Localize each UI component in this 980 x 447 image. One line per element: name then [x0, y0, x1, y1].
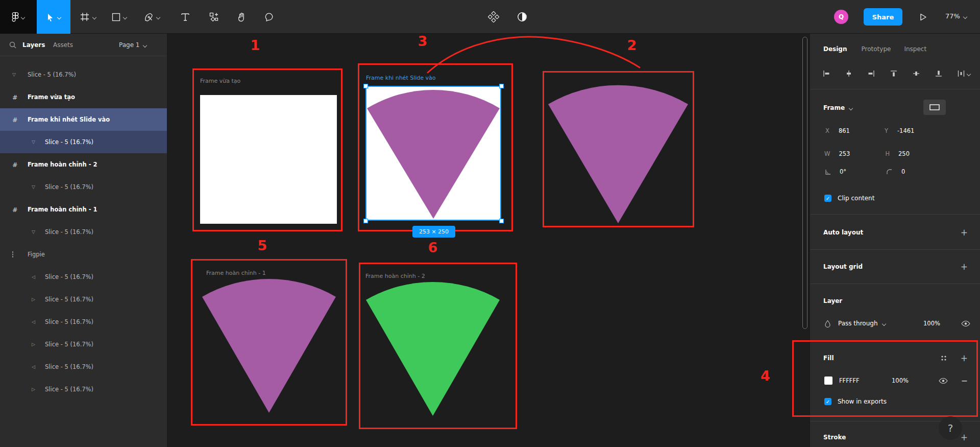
- text-tool-button[interactable]: [175, 0, 196, 34]
- distribute-icon: [957, 69, 965, 78]
- chevron-down-icon: [21, 15, 25, 19]
- w-label: W: [824, 150, 830, 157]
- add-auto-layout-button[interactable]: +: [961, 227, 968, 238]
- layer-label: Frame vừa tạo: [28, 93, 75, 101]
- landscape-orientation-icon: [929, 104, 940, 111]
- tab-design[interactable]: Design: [823, 45, 847, 53]
- avatar[interactable]: Q: [834, 10, 848, 24]
- selection-outline: [365, 86, 501, 221]
- y-input[interactable]: -1461: [897, 127, 914, 134]
- search-icon[interactable]: [9, 41, 16, 49]
- present-button[interactable]: [913, 0, 933, 34]
- vertical-scrollbar[interactable]: [802, 37, 807, 329]
- selection-handle[interactable]: [363, 219, 368, 223]
- blend-mode-icon: [824, 320, 831, 327]
- add-layout-grid-button[interactable]: +: [961, 262, 968, 272]
- frame-icon: #: [12, 206, 17, 214]
- align-bottom-icon[interactable]: [935, 69, 943, 78]
- selection-handle[interactable]: [499, 84, 504, 88]
- pen-tool-button[interactable]: [139, 0, 165, 34]
- comment-tool-button[interactable]: [258, 0, 280, 34]
- layer-label: Slice - 5 (16.7%): [45, 183, 93, 191]
- eye-icon[interactable]: [961, 320, 970, 327]
- width-input[interactable]: 253: [839, 150, 885, 157]
- layer-row[interactable]: Figpie: [0, 243, 167, 266]
- align-top-icon[interactable]: [890, 69, 898, 78]
- component-library-button[interactable]: [482, 0, 505, 34]
- shape-tool-button[interactable]: [106, 0, 133, 34]
- slice-down-icon: ▽: [32, 229, 35, 234]
- chevron-down-icon[interactable]: [57, 15, 61, 19]
- layer-label: Slice - 5 (16.7%): [45, 296, 93, 303]
- layer-row[interactable]: ▽Slice - 5 (16.7%): [0, 131, 167, 153]
- layer-row[interactable]: ▷Slice - 5 (16.7%): [0, 288, 167, 311]
- layer-row[interactable]: ▷Slice - 5 (16.7%): [0, 333, 167, 356]
- share-button[interactable]: Share: [864, 8, 902, 26]
- tab-layers[interactable]: Layers: [22, 41, 45, 49]
- contrast-icon: [517, 12, 527, 22]
- layer-label: Slice - 5 (16.7%): [45, 273, 93, 280]
- align-right-icon[interactable]: [867, 69, 875, 78]
- annotation-number-1: 1: [251, 37, 260, 53]
- chevron-down-icon[interactable]: [156, 15, 160, 19]
- contrast-mode-button[interactable]: [510, 0, 534, 34]
- layer-row[interactable]: ▽Slice - 5 (16.7%): [0, 176, 167, 198]
- align-left-icon[interactable]: [822, 69, 830, 78]
- layer-row[interactable]: ◁Slice - 5 (16.7%): [0, 356, 167, 378]
- hand-tool-icon: [237, 12, 247, 22]
- chevron-down-icon[interactable]: [123, 15, 127, 19]
- move-tool-button[interactable]: [37, 0, 70, 34]
- layer-row-frame[interactable]: #Frame hoàn chỉnh - 1: [0, 198, 167, 221]
- layer-row-frame[interactable]: #Frame khi nhét Slide vào: [0, 108, 167, 131]
- layer-label: Slice - 5 (16.7%): [45, 363, 93, 370]
- layer-row-frame[interactable]: #Frame vừa tạo: [0, 86, 167, 108]
- chevron-down-icon[interactable]: [849, 106, 853, 110]
- layer-row-frame[interactable]: #Frame hoàn chỉnh - 2: [0, 153, 167, 176]
- rotation-input[interactable]: 0°: [840, 168, 886, 175]
- tab-inspect[interactable]: Inspect: [904, 45, 926, 53]
- zoom-level-control[interactable]: 77%: [945, 12, 967, 20]
- layer-row[interactable]: ▽Slice - 5 (16.7%): [0, 63, 167, 86]
- frame-tool-button[interactable]: [75, 0, 101, 34]
- canvas[interactable]: Frame vừa tạo1Frame khi nhét Slide vào25…: [167, 34, 810, 447]
- tab-prototype[interactable]: Prototype: [862, 45, 891, 53]
- size-badge: 253 × 250: [412, 226, 455, 238]
- align-vertical-center-icon[interactable]: [912, 69, 920, 78]
- landscape-orientation-button[interactable]: [923, 100, 946, 115]
- slice-down-icon: ▽: [12, 72, 16, 77]
- canvas-frame-name[interactable]: Frame khi nhét Slide vào: [366, 75, 436, 81]
- element-type-dropdown[interactable]: Frame: [823, 104, 845, 111]
- align-horizontal-center-icon[interactable]: [845, 69, 853, 78]
- layer-row[interactable]: ▽Slice - 5 (16.7%): [0, 221, 167, 243]
- slice-right-icon: ▷: [32, 342, 35, 347]
- layer-row[interactable]: ◁Slice - 5 (16.7%): [0, 266, 167, 288]
- chevron-down-icon[interactable]: [92, 15, 96, 19]
- actions-tool-button[interactable]: [203, 0, 225, 34]
- page-selector[interactable]: Page 1: [119, 41, 147, 49]
- selection-handle[interactable]: [363, 84, 368, 88]
- canvas-frame-name[interactable]: Frame hoàn chỉnh - 1: [206, 270, 266, 276]
- layer-row[interactable]: ▷Slice - 5 (16.7%): [0, 378, 167, 401]
- slice-right-icon: ▷: [32, 297, 35, 302]
- main-menu-button[interactable]: [0, 0, 37, 34]
- canvas-frame-name[interactable]: Frame vừa tạo: [200, 78, 240, 84]
- layer-row[interactable]: ◁Slice - 5 (16.7%): [0, 311, 167, 333]
- layer-label: Slice - 5 (16.7%): [45, 341, 93, 348]
- corner-radius-input[interactable]: 0: [901, 168, 905, 175]
- height-input[interactable]: 250: [898, 150, 910, 157]
- play-icon: [919, 13, 927, 21]
- help-button[interactable]: ?: [939, 416, 962, 440]
- add-stroke-button[interactable]: +: [961, 432, 968, 442]
- chevron-down-icon: [882, 321, 886, 325]
- selection-handle[interactable]: [499, 219, 504, 223]
- clip-content-checkbox[interactable]: ✓: [824, 195, 831, 202]
- tab-assets[interactable]: Assets: [53, 41, 73, 49]
- x-input[interactable]: 861: [839, 127, 885, 134]
- layer-opacity-input[interactable]: 100%: [923, 320, 940, 327]
- canvas-frame-name[interactable]: Frame hoàn chỉnh - 2: [365, 273, 425, 279]
- slice-down-icon: ▽: [32, 184, 35, 190]
- blend-mode-dropdown[interactable]: Pass through: [838, 320, 878, 327]
- x-label: X: [825, 127, 829, 134]
- distribute-menu[interactable]: [957, 69, 971, 78]
- hand-tool-button[interactable]: [231, 0, 252, 34]
